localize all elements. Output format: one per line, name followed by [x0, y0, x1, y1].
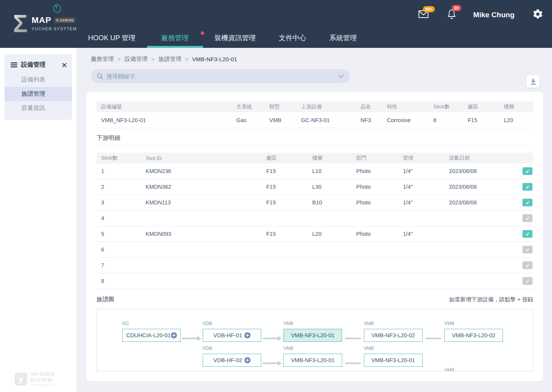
node-box[interactable]: VMB-NF3-L20-02 — [364, 329, 423, 342]
hexagon-y-icon: Y — [53, 4, 61, 13]
connector-line — [426, 338, 441, 339]
table-row: 7 — [97, 258, 533, 273]
equipment-table-header: 設備編號 主系統 類型 上游設備 品名 特性 Stick數 廠區 樓層 — [97, 101, 533, 112]
company-name: YUCHEN SYSYTEM — [31, 26, 77, 31]
chevron-down-icon[interactable] — [338, 75, 344, 78]
sidebar-item-capacity[interactable]: 容量資訊 — [5, 101, 72, 115]
search-icon — [97, 73, 103, 80]
pencil-icon — [526, 216, 530, 220]
pencil-icon — [526, 232, 530, 236]
section-divider — [97, 145, 533, 146]
settings-button[interactable] — [532, 8, 544, 21]
tab-document-center[interactable]: 文件中心 — [267, 28, 318, 48]
node-box[interactable]: VDB-HF-02 — [203, 354, 261, 367]
node-box[interactable]: VMB-NF3-L20-01 — [283, 354, 342, 367]
node-box[interactable]: VMB-NF3-L20-01 — [364, 354, 423, 367]
genealogy-node-gc: GC CDUHCIA-L20-01 — [122, 321, 181, 342]
tab-hookup[interactable]: HOOK UP 管理 — [77, 28, 147, 48]
close-icon[interactable] — [62, 63, 67, 67]
add-downstream-icon[interactable] — [244, 357, 251, 363]
pencil-icon — [526, 263, 530, 268]
sidebar-item-equipment-list[interactable]: 設備列表 — [5, 73, 72, 87]
equipment-table-row: VMB_NF3-L20-01 Gas VMB GC-NF3-01 NF3 Cor… — [97, 112, 533, 128]
download-button[interactable] — [526, 75, 540, 88]
main-nav: HOOK UP 管理 廠務管理 裝機資訊管理 文件中心 系統管理 — [77, 28, 369, 48]
breadcrumb-separator: > — [151, 56, 154, 62]
breadcrumb-separator: > — [185, 56, 188, 62]
breadcrumb-separator: > — [118, 56, 121, 62]
add-downstream-icon[interactable] — [171, 332, 177, 338]
mail-badge: 99+ — [423, 6, 435, 12]
genealogy-diagram: GC CDUHCIA-L20-01 VDB VDB-HF-01 VMB VMB-… — [97, 309, 533, 371]
sidebar-panel: 設備管理 設備列表 族譜管理 容量資訊 — [5, 54, 72, 120]
genealogy-node-vmb5: VMB VMB-NF3-L20-01 — [364, 346, 423, 367]
downstream-table-header: Stick數 Tool ID 廠區 樓層 部門 管徑 送氣日期 — [97, 153, 533, 163]
connector-arrow — [263, 363, 278, 364]
connector-line — [345, 338, 361, 339]
search-bar[interactable] — [91, 69, 350, 83]
sidebar-title: 設備管理 — [21, 61, 62, 69]
breadcrumb-equipment[interactable]: 設備管理 — [124, 56, 147, 63]
product-name: MAP — [31, 15, 51, 25]
pencil-icon — [526, 279, 530, 283]
hamburger-icon[interactable] — [11, 62, 17, 67]
content-card: 設備編號 主系統 類型 上游設備 品名 特性 Stick數 廠區 樓層 VMB_… — [86, 92, 543, 381]
partial-node-label: VMB — [444, 368, 454, 371]
genealogy-node-vmb3: VMB VMB-NF3-L20-02 — [444, 321, 503, 342]
genealogy-hint: 如需新增下游設備，請點擊 + 按鈕 — [449, 296, 533, 303]
main-content: 廠務管理 > 設備管理 > 族譜管理 > VMB-NF3-L20-01 設備編號… — [77, 48, 552, 392]
download-icon — [530, 78, 537, 85]
tab-install-info[interactable]: 裝機資訊管理 — [203, 28, 267, 48]
breadcrumb: 廠務管理 > 設備管理 > 族譜管理 > VMB-NF3-L20-01 — [91, 56, 241, 63]
table-row: 5KMDN093F15L20Photo1/4" — [97, 226, 533, 242]
breadcrumb-current: VMB-NF3-L20-01 — [192, 56, 238, 62]
downstream-section-title: 下游明細 — [97, 134, 533, 142]
edit-button[interactable] — [523, 277, 532, 285]
edit-button[interactable] — [523, 214, 532, 222]
connector-arrow — [263, 338, 278, 339]
user-name[interactable]: Mike Chung — [473, 11, 514, 19]
edit-button[interactable] — [523, 167, 532, 175]
table-row: 8 — [97, 273, 533, 289]
tab-facility[interactable]: 廠務管理 — [147, 28, 203, 48]
suite-badge: F-JARVIS — [54, 18, 75, 23]
table-row: 6 — [97, 242, 533, 258]
search-input[interactable] — [106, 73, 338, 80]
sigma-logo-mark: Σ — [13, 8, 28, 39]
mail-button[interactable]: 99+ — [418, 10, 429, 20]
table-row: 3KMDN113F15B10Photo1/4"2023/08/08 — [97, 195, 533, 211]
edit-button[interactable] — [523, 199, 532, 206]
table-row: 2KMDN362F15L30Photo1/4"2023/08/08 — [97, 179, 533, 195]
node-box-highlighted[interactable]: VMB-NF3-L20-01 — [283, 329, 342, 342]
genealogy-node-vdb1: VDB VDB-HF-01 — [203, 321, 261, 342]
app-logo: Σ Y MAP F-JARVIS YUCHEN SYSYTEM — [13, 8, 77, 39]
edit-button[interactable] — [523, 230, 532, 238]
notifications-button[interactable]: 20 — [447, 9, 456, 21]
genealogy-section-title: 族譜圖 — [97, 296, 115, 304]
sidebar: 設備管理 設備列表 族譜管理 容量資訊 y YU-CHEN SYSTEM Tec… — [0, 48, 77, 392]
edit-button[interactable] — [523, 183, 532, 191]
gear-icon — [532, 8, 544, 20]
edit-button[interactable] — [523, 261, 532, 269]
genealogy-node-vdb2: VDB VDB-HF-02 — [203, 346, 261, 367]
node-box[interactable]: CDUHCIA-L20-01 — [122, 329, 181, 342]
pencil-icon — [526, 169, 530, 173]
table-row: 4 — [97, 211, 533, 226]
connector-arrow — [182, 338, 197, 339]
node-box[interactable]: VDB-HF-01 — [203, 329, 261, 342]
edit-button[interactable] — [523, 246, 532, 253]
vendor-logo: y — [15, 372, 27, 385]
node-box[interactable]: VMB-NF3-L20-02 — [444, 329, 503, 342]
genealogy-node-vmb2: VMB VMB-NF3-L20-02 — [364, 321, 423, 342]
breadcrumb-genealogy[interactable]: 族譜管理 — [158, 56, 181, 63]
sidebar-item-genealogy[interactable]: 族譜管理 — [5, 87, 72, 101]
pencil-icon — [526, 248, 530, 252]
breadcrumb-facility[interactable]: 廠務管理 — [91, 56, 114, 63]
connector-line — [345, 363, 361, 364]
pencil-icon — [526, 201, 530, 205]
equipment-id: VMB_NF3-L20-01 — [101, 117, 236, 123]
tab-system[interactable]: 系統管理 — [318, 28, 369, 48]
add-downstream-icon[interactable] — [244, 332, 251, 338]
top-header: Σ Y MAP F-JARVIS YUCHEN SYSYTEM 99+ 20 M… — [0, 0, 552, 48]
active-tab-underline — [147, 46, 203, 48]
